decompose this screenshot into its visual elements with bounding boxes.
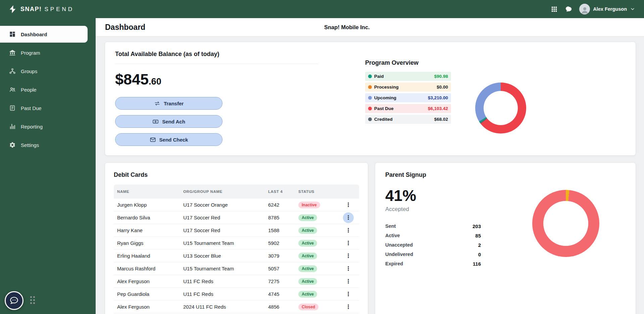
transfer-button[interactable]: Transfer (115, 97, 222, 110)
transfer-icon (154, 100, 160, 107)
sidebar-item-groups[interactable]: Groups (0, 63, 88, 80)
sidebar-item-label: Reporting (21, 124, 43, 129)
sidebar-item-reporting[interactable]: Reporting (0, 118, 88, 135)
parent-signup-card: Parent Signup 41% Accepted Sent203Active… (375, 162, 636, 314)
button-label: Transfer (164, 101, 184, 106)
cell-menu: ⋮ (338, 212, 359, 223)
cell-last4: 6242 (265, 202, 295, 208)
cell-status: Active (295, 265, 338, 272)
table-row: Bernardo SilvaU17 Soccer Red8785Active⋮ (114, 211, 359, 224)
send-check-button[interactable]: Send Check (115, 133, 222, 146)
cards-row: Debit Cards NAMEORG/GROUP NAMELAST 4STAT… (105, 162, 636, 314)
accepted-label: Accepted (385, 206, 481, 213)
cell-name: Ryan Giggs (114, 240, 180, 246)
table-row: Ryan GiggsU15 Tournament Team5902Active⋮ (114, 237, 359, 250)
legend-label: Past Due (374, 106, 394, 111)
table-header: NAMEORG/GROUP NAMELAST 4STATUS (114, 185, 359, 199)
cell-menu: ⋮ (338, 238, 359, 249)
table-row: Marcus RashfordU15 Tournament Team5057Ac… (114, 262, 359, 275)
stat-value: 0 (478, 252, 481, 257)
cell-name: Erling Haaland (114, 253, 180, 259)
main: Dashboard Snap! Mobile Inc. Total Availa… (96, 18, 644, 314)
balance-title: Total Available Balance (as of today) (115, 51, 318, 58)
legend-value: $3,210.00 (428, 95, 448, 100)
row-menu-button[interactable]: ⋮ (343, 276, 354, 287)
brand-secondary: SPEND (45, 6, 75, 13)
stat-value: 85 (475, 233, 481, 239)
sidebar-item-program[interactable]: Program (0, 44, 88, 61)
stat-label: Active (385, 233, 400, 238)
send-ach-button[interactable]: Send Ach (115, 115, 222, 128)
sidebar-item-label: People (21, 87, 37, 93)
legend-value: $90.98 (434, 74, 448, 79)
stat-row-expired: Expired116 (385, 259, 481, 268)
status-badge: Active (298, 240, 317, 247)
body: DashboardProgramGroupsPeoplePast DueRepo… (0, 18, 644, 314)
button-label: Send Check (159, 137, 188, 143)
row-menu-button[interactable]: ⋮ (343, 200, 354, 210)
ach-icon (152, 118, 159, 125)
debit-cards-title: Debit Cards (114, 171, 359, 178)
sidebar-item-label: Groups (21, 68, 37, 74)
cell-status: Active (295, 291, 338, 298)
status-badge: Active (298, 227, 317, 234)
table-row: Harry KaneU17 Soccer Red1588Active⋮ (114, 224, 359, 237)
status-badge: Inactive (298, 202, 320, 208)
cell-status: Active (295, 278, 338, 285)
sidebar-item-label: Program (21, 50, 40, 56)
status-badge: Active (298, 214, 317, 221)
chat-widget-button[interactable] (5, 291, 23, 310)
groups-icon (9, 68, 16, 74)
user-menu[interactable]: Alex Ferguson (579, 4, 635, 14)
cell-org: U17 Soccer Red (180, 215, 265, 220)
cell-menu: ⋮ (338, 289, 359, 300)
cell-status: Active (295, 240, 338, 247)
cell-status: Closed (295, 304, 338, 310)
legend-dot-icon (368, 74, 372, 78)
drag-handle[interactable] (30, 296, 35, 304)
stat-label: Expired (385, 261, 403, 266)
sidebar-nav: DashboardProgramGroupsPeoplePast DueRepo… (0, 26, 96, 153)
row-menu-button[interactable]: ⋮ (343, 238, 354, 249)
row-menu-button[interactable]: ⋮ (343, 251, 354, 261)
table-row: Erling HaalandU13 Soccer Blue3079Active⋮ (114, 250, 359, 262)
legend-row-credited: Credited$68.02 (365, 115, 451, 124)
sidebar-item-past-due[interactable]: Past Due (0, 100, 88, 116)
parent-signup-stats-panel: 41% Accepted Sent203Active85Unaccepted2U… (385, 182, 481, 268)
debit-cards-table: NAMEORG/GROUP NAMELAST 4STATUS Jurgen Kl… (114, 185, 359, 313)
cell-status: Inactive (295, 202, 338, 208)
legend-label: Processing (374, 85, 399, 90)
sidebar-item-dashboard[interactable]: Dashboard (0, 26, 88, 43)
row-menu-button[interactable]: ⋮ (343, 212, 354, 223)
row-menu-button[interactable]: ⋮ (343, 289, 354, 300)
cell-last4: 5057 (265, 266, 295, 271)
sidebar: DashboardProgramGroupsPeoplePast DueRepo… (0, 18, 96, 314)
legend-row-processing: Processing$0.00 (365, 83, 451, 92)
row-menu-button[interactable]: ⋮ (343, 263, 354, 274)
legend-label: Upcoming (374, 95, 396, 100)
legend-dot-icon (368, 96, 372, 100)
brand-primary: SNAP! (20, 6, 42, 13)
cell-org: U15 Tournament Team (180, 266, 265, 271)
program-overview-title: Program Overview (365, 59, 451, 66)
parent-signup-body: 41% Accepted Sent203Active85Unaccepted2U… (385, 182, 626, 268)
legend-row-paid: Paid$90.98 (365, 72, 451, 81)
balance-actions: TransferSend AchSend Check (115, 97, 318, 146)
sidebar-item-people[interactable]: People (0, 81, 88, 98)
status-badge: Active (298, 265, 317, 272)
cell-status: Active (295, 214, 338, 221)
row-menu-button[interactable]: ⋮ (343, 302, 354, 312)
stat-row-undelivered: Undelivered0 (385, 250, 481, 259)
cell-org: U15 Tournament Team (180, 240, 265, 246)
apps-grid-icon[interactable] (550, 5, 558, 13)
balance-amount: $845.60 (115, 71, 318, 88)
cell-name: Alex Ferguson (114, 278, 180, 284)
row-menu-button[interactable]: ⋮ (343, 225, 354, 236)
topbar: SNAP! SPEND Alex Ferguson (0, 0, 644, 18)
status-badge: Active (298, 291, 317, 298)
cell-name: Jurgen Klopp (114, 202, 180, 208)
legend-dot-icon (368, 117, 372, 121)
avatar (579, 4, 590, 14)
sidebar-item-settings[interactable]: Settings (0, 137, 88, 153)
chat-icon[interactable] (565, 5, 573, 13)
